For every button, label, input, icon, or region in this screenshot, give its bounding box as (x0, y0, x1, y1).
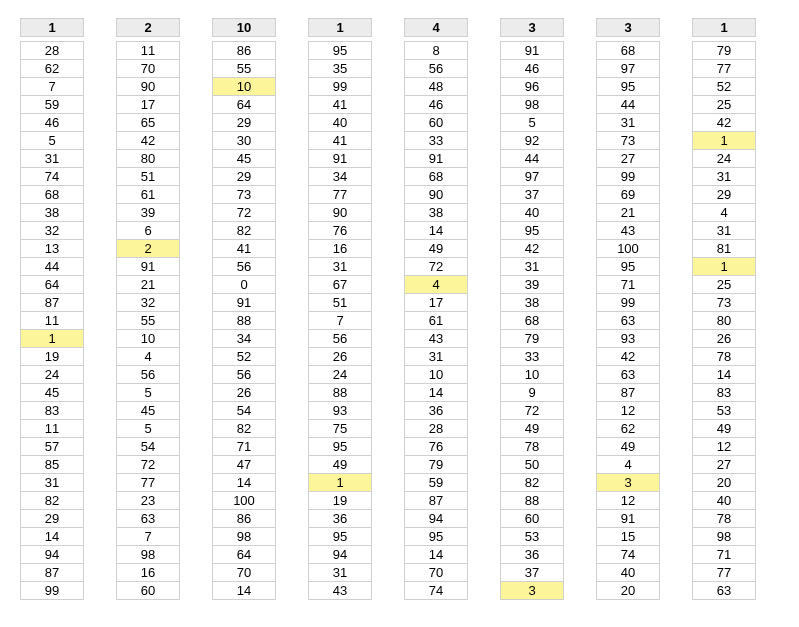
cell: 44 (596, 95, 660, 114)
cell: 40 (596, 563, 660, 582)
cell: 1 (308, 473, 372, 492)
column-header: 4 (404, 18, 468, 37)
cell: 82 (212, 221, 276, 240)
cell: 91 (116, 257, 180, 276)
cell: 78 (692, 509, 756, 528)
cell: 80 (116, 149, 180, 168)
cell: 82 (20, 491, 84, 510)
cell: 31 (308, 563, 372, 582)
cell: 40 (500, 203, 564, 222)
cell: 24 (692, 149, 756, 168)
cell: 11 (20, 311, 84, 330)
cell: 7 (20, 77, 84, 96)
cell: 5 (116, 383, 180, 402)
cell: 48 (404, 77, 468, 96)
cell: 28 (404, 419, 468, 438)
cell: 91 (308, 149, 372, 168)
cell: 49 (596, 437, 660, 456)
cell: 99 (596, 167, 660, 186)
cell: 94 (20, 545, 84, 564)
cell: 67 (308, 275, 372, 294)
cell: 26 (212, 383, 276, 402)
cell: 49 (308, 455, 372, 474)
cell: 60 (116, 581, 180, 600)
cell: 78 (500, 437, 564, 456)
cell: 59 (404, 473, 468, 492)
cell: 100 (212, 491, 276, 510)
cell: 23 (116, 491, 180, 510)
cell: 21 (116, 275, 180, 294)
cell: 56 (212, 365, 276, 384)
cell: 73 (212, 185, 276, 204)
cell: 87 (404, 491, 468, 510)
column-header: 3 (500, 18, 564, 37)
cell: 43 (308, 581, 372, 600)
cell: 68 (596, 41, 660, 60)
cell: 51 (308, 293, 372, 312)
cell: 29 (692, 185, 756, 204)
cell: 83 (20, 401, 84, 420)
cell: 79 (500, 329, 564, 348)
cell: 83 (692, 383, 756, 402)
cell: 41 (212, 239, 276, 258)
cell: 72 (116, 455, 180, 474)
cell: 27 (692, 455, 756, 474)
cell: 33 (500, 347, 564, 366)
cell: 30 (212, 131, 276, 150)
cell: 94 (308, 545, 372, 564)
cell: 97 (500, 167, 564, 186)
cell: 31 (692, 167, 756, 186)
cell: 60 (500, 509, 564, 528)
cell: 61 (404, 311, 468, 330)
cell: 90 (404, 185, 468, 204)
cell: 95 (596, 257, 660, 276)
cell: 34 (212, 329, 276, 348)
cell: 24 (308, 365, 372, 384)
cell: 43 (404, 329, 468, 348)
cell: 88 (212, 311, 276, 330)
cell: 98 (116, 545, 180, 564)
cell: 32 (116, 293, 180, 312)
cell: 69 (596, 185, 660, 204)
cell: 36 (404, 401, 468, 420)
cell: 72 (500, 401, 564, 420)
column: 1286275946531746838321344648711119244583… (20, 18, 84, 600)
cell: 90 (116, 77, 180, 96)
cell: 40 (308, 113, 372, 132)
cell: 1 (20, 329, 84, 348)
cell: 41 (308, 131, 372, 150)
cell: 85 (20, 455, 84, 474)
cell: 49 (500, 419, 564, 438)
cell: 47 (212, 455, 276, 474)
column-header: 1 (308, 18, 372, 37)
cell: 52 (692, 77, 756, 96)
cell: 95 (500, 221, 564, 240)
cell: 54 (212, 401, 276, 420)
cell: 7 (308, 311, 372, 330)
column: 3914696985924497374095423139386879331097… (500, 18, 564, 600)
cell: 31 (692, 221, 756, 240)
cell: 39 (500, 275, 564, 294)
cell: 35 (308, 59, 372, 78)
cell: 74 (404, 581, 468, 600)
cell: 63 (116, 509, 180, 528)
cell: 63 (596, 365, 660, 384)
cell: 55 (116, 311, 180, 330)
cell: 3 (500, 581, 564, 600)
cell: 10 (404, 365, 468, 384)
cell: 63 (692, 581, 756, 600)
cell: 95 (308, 527, 372, 546)
cell: 95 (596, 77, 660, 96)
cell: 95 (308, 41, 372, 60)
cell: 31 (500, 257, 564, 276)
cell: 44 (500, 149, 564, 168)
cell: 53 (692, 401, 756, 420)
cell: 46 (404, 95, 468, 114)
cell: 13 (20, 239, 84, 258)
data-grid: 1286275946531746838321344648711119244583… (20, 18, 779, 600)
cell: 19 (308, 491, 372, 510)
cell: 14 (20, 527, 84, 546)
cell: 62 (20, 59, 84, 78)
cell: 9 (500, 383, 564, 402)
cell: 5 (500, 113, 564, 132)
